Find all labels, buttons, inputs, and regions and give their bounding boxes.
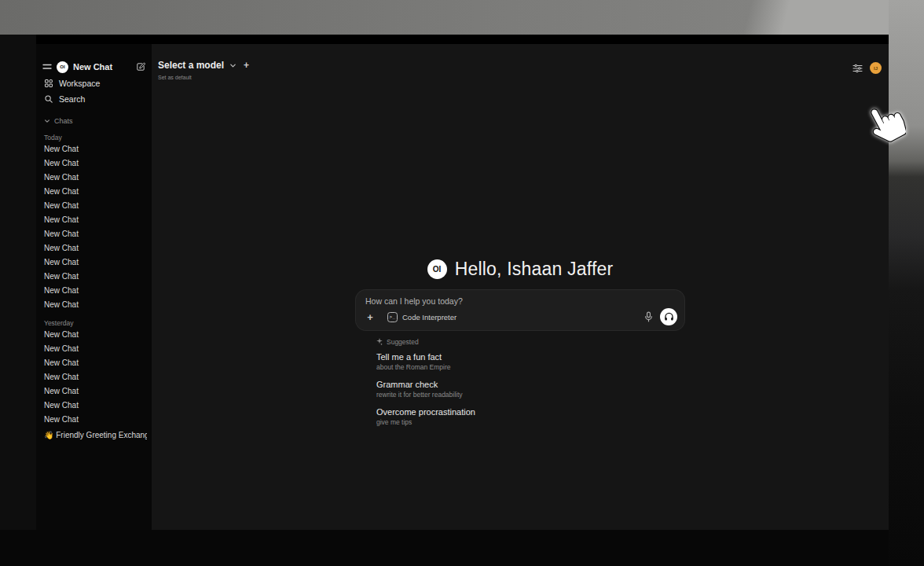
app-logo-text: OI [433,265,442,274]
controls-button[interactable] [852,64,863,73]
chat-list-item[interactable]: New Chat [41,384,147,398]
sidebar-toggle-icon [42,63,52,71]
chat-list-item[interactable]: New Chat [41,226,147,241]
chat-item-label: New Chat [44,358,79,367]
chat-item-label: New Chat [44,215,79,224]
topbar-controls: IJ [852,62,882,74]
suggestion-list: Tell me a fun fact about the Roman Empir… [376,352,685,426]
chat-list-item[interactable]: New Chat [41,241,147,255]
suggestion-title: Tell me a fun fact [376,352,685,362]
chat-list-item[interactable]: New Chat [41,156,147,170]
chat-item-label: New Chat [44,145,79,153]
chat-list-item[interactable]: New Chat [41,369,147,384]
suggestion-subtitle: rewrite it for better readability [376,391,685,399]
chat-list-item[interactable]: New Chat [41,142,147,156]
suggestion-subtitle: give me tips [376,418,685,426]
chat-item-label: New Chat [44,300,79,309]
composer: + >_ Code Interpreter [355,289,685,331]
chat-group-list: New Chat New Chat New Chat New Chat New … [41,327,147,426]
chat-group: Today New Chat New Chat New Chat New Cha… [41,133,147,311]
chat-item-label: New Chat [44,330,79,339]
suggestion-subtitle: about the Roman Empire [376,363,685,371]
set-default-link[interactable]: Set as default [158,75,249,80]
search-icon [44,94,53,104]
chat-list-item[interactable]: New Chat [41,212,147,226]
chat-list-item[interactable]: New Chat [41,297,147,311]
suggested-section: Suggested Tell me a fun fact about the R… [376,337,685,426]
voice-mode-button[interactable] [660,308,677,325]
suggestion-item[interactable]: Tell me a fun fact about the Roman Empir… [376,352,685,371]
user-avatar[interactable]: IJ [870,62,882,74]
chat-item-label: New Chat [44,286,79,295]
center-stack: OI Hello, Ishaan Jaffer + >_ Code Interp… [355,258,685,435]
chat-item-label: New Chat [44,201,79,210]
code-interpreter-label: Code Interpreter [402,313,456,322]
suggestion-title: Overcome procrastination [376,407,685,417]
chat-list-item[interactable]: New Chat [41,255,147,269]
greeting-row: OI Hello, Ishaan Jaffer [355,258,685,280]
chat-list-item[interactable]: New Chat [41,355,147,369]
workspace-grid-icon [44,79,53,88]
chat-item-label: New Chat [44,258,79,266]
chat-item-label: New Chat [44,387,79,395]
mic-button[interactable] [644,311,653,322]
chat-item-label: New Chat [44,344,79,353]
attach-button[interactable]: + [364,311,376,323]
chat-list-item[interactable]: New Chat [41,198,147,212]
sidebar-item-search[interactable]: Search [41,93,147,105]
app-logo-text: OI [60,64,64,69]
chat-list-item[interactable]: New Chat [41,412,147,426]
desktop-top-highlight [610,0,924,35]
chats-section-toggle[interactable]: Chats [41,116,147,126]
sidebar-item-workspace[interactable]: Workspace [41,77,147,90]
model-bar: Select a model + Set as default [158,60,249,80]
suggested-header: Suggested [376,337,685,346]
chat-item-label: New Chat [44,173,79,182]
sliders-icon [852,64,863,73]
sparkle-icon [376,338,383,345]
sidebar-header: OI New Chat [41,60,147,74]
sidebar-toggle-button[interactable] [42,63,52,71]
code-interpreter-toggle[interactable]: >_ Code Interpreter [387,312,456,322]
chat-item-label: New Chat [44,401,79,410]
chat-list-item[interactable]: New Chat [41,269,147,283]
chat-list-item[interactable]: New Chat [41,283,147,297]
model-selector-button[interactable]: Select a model [158,60,224,71]
pencil-square-icon [136,62,145,72]
composer-controls: + >_ Code Interpreter [364,308,677,325]
chat-item-label: New Chat [44,159,79,167]
chevron-down-icon[interactable] [229,62,236,69]
chat-list-item[interactable]: New Chat [41,184,147,198]
app-logo: OI [427,259,447,279]
app-logo: OI [57,61,68,73]
suggestion-item[interactable]: Overcome procrastination give me tips [376,407,685,426]
main-area: Select a model + Set as default IJ [152,44,889,530]
headphones-icon [664,312,674,322]
desktop-left-band [0,35,36,530]
sidebar-title: New Chat [73,62,136,72]
desktop-right-band [889,0,924,566]
suggestion-item[interactable]: Grammar check rewrite it for better read… [376,380,685,399]
suggestion-title: Grammar check [376,380,685,389]
terminal-icon: >_ [387,312,398,322]
chat-list-item[interactable]: New Chat [41,170,147,184]
chat-group-list: New Chat New Chat New Chat New Chat New … [41,142,147,311]
chat-item-label: New Chat [44,244,79,252]
add-model-button[interactable]: + [244,60,249,71]
chat-item-label: New Chat [44,187,79,196]
chat-item-label: New Chat [44,415,79,424]
chat-list-item[interactable]: New Chat [41,398,147,412]
chat-group-label: Yesterday [41,318,147,327]
chat-list-item[interactable]: New Chat [41,341,147,355]
app-window: OI New Chat Workspace Search [36,35,889,530]
sidebar: OI New Chat Workspace Search [36,44,152,530]
chat-item-named[interactable]: 👋 Friendly Greeting Exchange [41,428,147,442]
chat-item-label: New Chat [44,373,79,381]
chat-list-item[interactable]: New Chat [41,327,147,341]
microphone-icon [644,311,653,322]
chevron-down-icon [44,118,50,124]
desktop-bottom-band [0,530,889,566]
chat-groups: Today New Chat New Chat New Chat New Cha… [41,133,147,426]
chat-item-label: New Chat [44,230,79,238]
new-chat-button[interactable] [136,62,145,72]
